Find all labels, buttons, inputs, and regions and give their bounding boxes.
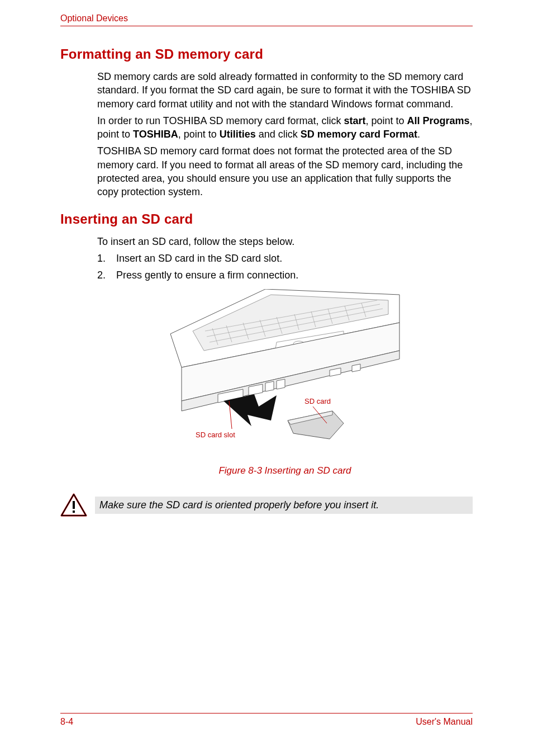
caution-block: Make sure the SD card is oriented proper…	[60, 493, 473, 518]
svg-rect-33	[73, 511, 75, 513]
bold-start: start	[344, 115, 365, 126]
step-text: Press gently to ensure a firm connection…	[116, 268, 298, 282]
laptop-sd-illustration: SD card SD card slot	[165, 289, 405, 457]
section2-body: To insert an SD card, follow the steps b…	[97, 235, 473, 478]
step-text: Insert an SD card in the SD card slot.	[116, 252, 282, 265]
text: In order to run TOSHIBA SD memory card f…	[97, 115, 344, 126]
footer-rule	[60, 713, 473, 714]
figure-caption: Figure 8-3 Inserting an SD card	[97, 465, 473, 478]
section1-para2: In order to run TOSHIBA SD memory card f…	[97, 114, 473, 141]
bold-utilities: Utilities	[220, 129, 256, 140]
sd-card-graphic	[288, 411, 344, 439]
text: and click	[256, 129, 301, 140]
text: , point to	[178, 129, 220, 140]
running-header: Optional Devices	[60, 13, 473, 23]
svg-marker-21	[277, 379, 285, 389]
figure-wrap: SD card SD card slot Figure 8-3 Insertin…	[97, 289, 473, 478]
page-footer: 8-4 User's Manual	[60, 713, 473, 727]
figure-label-slot: SD card slot	[196, 431, 235, 439]
doc-title: User's Manual	[416, 717, 473, 727]
bold-sd-format: SD memory card Format	[301, 129, 417, 140]
list-item: 1. Insert an SD card in the SD card slot…	[97, 252, 473, 265]
svg-marker-23	[352, 364, 360, 372]
svg-rect-32	[73, 501, 75, 509]
step-number: 1.	[97, 252, 116, 265]
page-number: 8-4	[60, 717, 73, 727]
section2-intro: To insert an SD card, follow the steps b…	[97, 235, 473, 248]
bold-toshiba: TOSHIBA	[133, 129, 178, 140]
section1-para3: TOSHIBA SD memory card format does not f…	[97, 144, 473, 199]
section1-para1: SD memory cards are sold already formatt…	[97, 70, 473, 111]
warning-icon	[60, 493, 87, 518]
heading-inserting: Inserting an SD card	[60, 211, 473, 227]
bold-all-programs: All Programs	[407, 115, 470, 126]
figure-label-card: SD card	[304, 397, 331, 405]
caution-text: Make sure the SD card is oriented proper…	[95, 497, 473, 514]
list-item: 2. Press gently to ensure a firm connect…	[97, 268, 473, 282]
svg-marker-20	[265, 381, 274, 391]
heading-formatting: Formatting an SD memory card	[60, 46, 473, 62]
section1-body: SD memory cards are sold already formatt…	[97, 70, 473, 199]
text: .	[417, 129, 420, 140]
step-number: 2.	[97, 268, 116, 282]
header-rule	[60, 26, 473, 26]
steps-list: 1. Insert an SD card in the SD card slot…	[97, 252, 473, 282]
text: , point to	[366, 115, 407, 126]
